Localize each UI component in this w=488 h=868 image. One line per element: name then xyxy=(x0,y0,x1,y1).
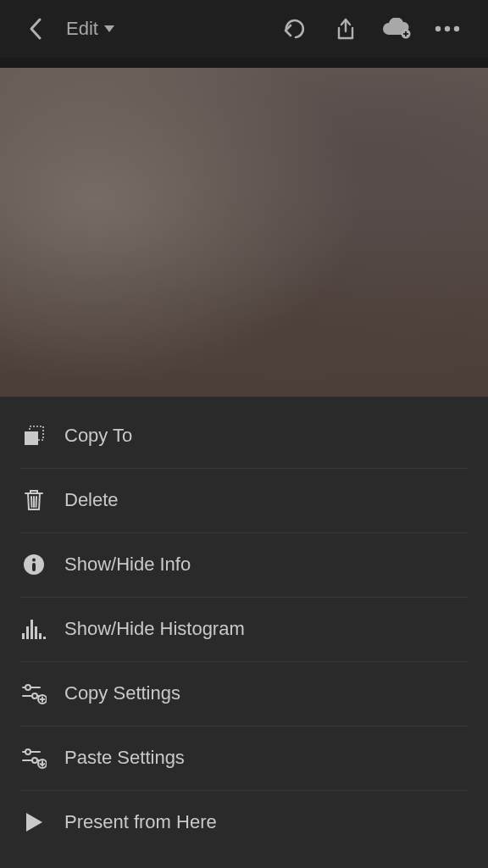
svg-point-15 xyxy=(32,559,36,562)
cloud-plus-icon xyxy=(381,18,412,40)
svg-rect-16 xyxy=(32,563,36,571)
svg-point-31 xyxy=(25,749,30,754)
app-root: Edit xyxy=(0,0,488,868)
more-options-button[interactable] xyxy=(422,8,473,49)
chevron-left-icon xyxy=(28,17,43,41)
svg-point-24 xyxy=(25,685,30,690)
svg-rect-22 xyxy=(43,637,46,639)
menu-item-label: Present from Here xyxy=(64,811,217,833)
undo-icon xyxy=(282,19,308,39)
info-icon xyxy=(20,551,47,578)
menu-item-show-hide-info[interactable]: Show/Hide Info xyxy=(0,532,488,597)
paste-settings-icon xyxy=(20,744,47,771)
svg-rect-21 xyxy=(39,633,42,639)
svg-point-7 xyxy=(454,26,459,31)
caret-down-icon xyxy=(103,25,115,33)
svg-rect-17 xyxy=(22,633,25,639)
menu-item-label: Show/Hide Histogram xyxy=(64,618,245,640)
play-icon xyxy=(20,809,47,836)
svg-rect-20 xyxy=(35,626,37,639)
edit-mode-label: Edit xyxy=(66,18,98,40)
svg-point-5 xyxy=(435,26,441,31)
edit-mode-dropdown[interactable]: Edit xyxy=(66,18,115,40)
cloud-sync-button[interactable] xyxy=(371,8,422,49)
svg-rect-19 xyxy=(30,620,33,639)
top-bar: Edit xyxy=(0,0,488,58)
menu-item-present-from-here[interactable]: Present from Here xyxy=(0,790,488,854)
svg-line-11 xyxy=(31,497,32,507)
context-menu-sheet: Copy To Delete xyxy=(0,397,488,868)
svg-rect-9 xyxy=(25,431,38,445)
menu-item-label: Paste Settings xyxy=(64,747,185,769)
menu-item-paste-settings[interactable]: Paste Settings xyxy=(0,726,488,790)
svg-marker-35 xyxy=(26,813,42,832)
photo-canvas[interactable] xyxy=(0,68,488,397)
more-horizontal-icon xyxy=(433,25,462,33)
svg-point-33 xyxy=(32,758,37,763)
trash-icon xyxy=(20,487,47,514)
menu-item-copy-settings[interactable]: Copy Settings xyxy=(0,661,488,726)
menu-item-label: Show/Hide Info xyxy=(64,554,191,576)
menu-item-show-hide-histogram[interactable]: Show/Hide Histogram xyxy=(0,597,488,661)
svg-point-6 xyxy=(445,26,450,31)
back-button[interactable] xyxy=(15,8,56,49)
menu-item-delete[interactable]: Delete xyxy=(0,468,488,532)
svg-rect-18 xyxy=(26,626,29,639)
copy-to-icon xyxy=(20,422,47,449)
menu-item-label: Copy Settings xyxy=(64,682,180,704)
menu-item-copy-to[interactable]: Copy To xyxy=(0,403,488,468)
menu-item-label: Delete xyxy=(64,489,119,511)
menu-item-label: Copy To xyxy=(64,425,132,447)
undo-button[interactable] xyxy=(269,8,320,49)
svg-point-26 xyxy=(32,693,37,698)
svg-marker-0 xyxy=(104,25,114,32)
histogram-icon xyxy=(20,615,47,643)
copy-settings-icon xyxy=(20,680,47,707)
share-button[interactable] xyxy=(320,8,371,49)
svg-line-13 xyxy=(36,497,37,507)
share-icon xyxy=(335,17,357,41)
